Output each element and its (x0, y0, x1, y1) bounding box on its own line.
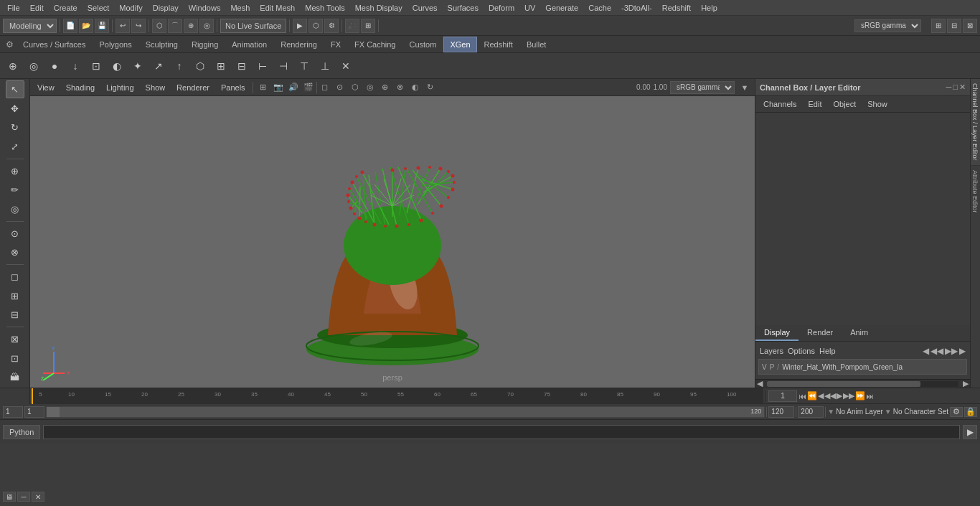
window-close[interactable]: ✕ (32, 492, 44, 502)
xgen-tool-5[interactable]: ⊡ (86, 56, 106, 76)
layer-arrow-right[interactable]: ▶▶ (945, 346, 958, 356)
tab-bullet[interactable]: Bullet (520, 37, 553, 52)
display-tab-anim[interactable]: Anim (842, 325, 877, 341)
tab-channels[interactable]: Channels (758, 98, 801, 111)
rp-maximize[interactable]: □ (953, 83, 958, 92)
range-start-field[interactable] (3, 406, 23, 418)
tab-redshift[interactable]: Redshift (478, 37, 519, 52)
tab-xgen[interactable]: XGen (443, 37, 476, 52)
play-back-btn[interactable]: ◀◀ (824, 391, 836, 400)
workspace-btn[interactable]: ⊞ (931, 19, 946, 33)
viewport-gamma[interactable]: sRGB gamma (670, 81, 735, 94)
tab-show[interactable]: Show (862, 98, 892, 111)
open-file-btn[interactable]: 📂 (79, 19, 93, 33)
grid-tool[interactable]: ⊠ (6, 330, 24, 348)
xgen-tool-3[interactable]: ● (44, 56, 65, 76)
scroll-thumb[interactable] (767, 381, 920, 387)
vp-icon-2[interactable]: 📷 (271, 80, 286, 95)
menu-redshift[interactable]: Redshift (658, 2, 695, 14)
menu-help[interactable]: Help (697, 2, 722, 14)
layer-row[interactable]: V P / Winter_Hat_With_Pompom_Green_la (758, 359, 967, 375)
new-file-btn[interactable]: 📄 (63, 19, 77, 33)
move-tool[interactable]: ✥ (6, 100, 24, 118)
menu-curves[interactable]: Curves (408, 2, 442, 14)
menu-deform[interactable]: Deform (484, 2, 519, 14)
menu-display[interactable]: Display (149, 2, 183, 14)
xgen-tool-9[interactable]: ↑ (169, 56, 189, 76)
python-tab[interactable]: Python (3, 425, 40, 439)
xgen-tool-8[interactable]: ↗ (149, 56, 169, 76)
ui-configure-btn[interactable]: ⊠ (963, 19, 977, 33)
vp-icon-4[interactable]: 🎬 (301, 80, 316, 95)
anim-slider[interactable]: 120 (46, 406, 765, 418)
expand-tool[interactable]: ⊟ (6, 306, 24, 324)
gamma-selector[interactable]: sRGB gamma (854, 19, 921, 32)
next-frame-btn[interactable]: ▶▶ (843, 391, 854, 400)
redo-btn[interactable]: ↪ (131, 19, 146, 33)
viewport-canvas[interactable]: persp Y X Z (30, 96, 755, 388)
scale-tool[interactable]: ⤢ (6, 138, 24, 156)
tab-edit[interactable]: Edit (803, 98, 826, 111)
rp-close[interactable]: ✕ (959, 83, 966, 92)
xray-btn[interactable]: ◎ (199, 19, 214, 33)
play-forward-btn[interactable]: ▶ (837, 391, 842, 400)
xgen-tool-1[interactable]: ⊕ (3, 56, 23, 76)
rotate-tool[interactable]: ↻ (6, 118, 24, 136)
sculpt-tool[interactable]: ◎ (6, 200, 24, 218)
vp-icon-12[interactable]: ↻ (423, 80, 438, 95)
live-surface-toggle[interactable]: No Live Surface (220, 19, 286, 33)
tab-object[interactable]: Object (828, 98, 861, 111)
tab-rigging[interactable]: Rigging (185, 37, 225, 52)
xgen-tool-2[interactable]: ◎ (24, 56, 44, 76)
timeline-track[interactable]: 5 10 15 20 25 30 35 40 45 50 55 60 65 70… (32, 388, 763, 404)
xgen-tool-14[interactable]: ⊣ (273, 56, 293, 76)
prev-key-btn[interactable]: ⏪ (807, 391, 817, 400)
vp-icon-7[interactable]: ⬡ (348, 80, 362, 95)
anim-layer-arrow[interactable]: ▼ (827, 408, 834, 416)
vp-icon-3[interactable]: 🔊 (286, 80, 301, 95)
mode-selector[interactable]: Modeling (3, 19, 57, 33)
layer-scrollbar[interactable]: ◀ ▶ (755, 379, 970, 388)
layers-options[interactable]: Options (788, 347, 815, 355)
layout-tool[interactable]: ⊞ (6, 287, 24, 305)
menu-edit[interactable]: Edit (26, 2, 48, 14)
xgen-tool-15[interactable]: ⊤ (294, 56, 314, 76)
channel-box-tab[interactable]: Channel Box / Layer Editor (971, 79, 980, 166)
menu-mesh[interactable]: Mesh (226, 2, 254, 14)
goto-start-btn[interactable]: ⏮ (798, 392, 806, 400)
window-minimize[interactable]: ─ (17, 492, 30, 502)
menu-file[interactable]: File (3, 2, 24, 14)
vp-icon-1[interactable]: ⊞ (256, 80, 270, 95)
menu-mesh-tools[interactable]: Mesh Tools (301, 2, 349, 14)
xgen-tool-4[interactable]: ↓ (65, 56, 85, 76)
tab-sculpting[interactable]: Sculpting (139, 37, 184, 52)
render-settings-btn[interactable]: ⚙ (324, 19, 339, 33)
vp-icon-9[interactable]: ⊕ (378, 80, 392, 95)
snap-tool[interactable]: ⊙ (6, 225, 24, 243)
vp-icon-10[interactable]: ⊗ (393, 80, 407, 95)
prev-frame-btn[interactable]: ◀ (818, 391, 824, 400)
attribute-editor-tab[interactable]: Attribute Editor (971, 166, 980, 217)
anim-settings-btn[interactable]: ⚙ (950, 407, 963, 417)
xgen-tool-12[interactable]: ⊟ (232, 56, 252, 76)
undo-btn[interactable]: ↩ (116, 19, 130, 33)
render-view-btn[interactable]: ▶ (293, 19, 307, 33)
vp-icon-8[interactable]: ◎ (363, 80, 377, 95)
layer-p-toggle[interactable]: P (770, 363, 775, 371)
window-icon[interactable]: 🖥 (3, 492, 16, 502)
anim-end-field[interactable] (768, 406, 794, 418)
xgen-tool-7[interactable]: ✦ (128, 56, 148, 76)
camera-btn[interactable]: 🎥 (345, 19, 359, 33)
tab-fx[interactable]: FX (324, 37, 347, 52)
menu-create[interactable]: Create (50, 2, 82, 14)
lasso-tool[interactable]: ⊕ (6, 162, 24, 180)
menu-uv[interactable]: UV (520, 2, 540, 14)
anim-lock-btn[interactable]: 🔒 (964, 407, 977, 417)
rp-minimize[interactable]: ─ (946, 83, 952, 92)
display-tool[interactable]: ◻ (6, 268, 24, 286)
current-frame-input[interactable] (768, 390, 797, 402)
xgen-tool-16[interactable]: ⊥ (315, 56, 335, 76)
vp-icon-11[interactable]: ◐ (408, 80, 423, 95)
xgen-tool-10[interactable]: ⬡ (190, 56, 210, 76)
select-tool[interactable]: ↖ (6, 80, 24, 98)
